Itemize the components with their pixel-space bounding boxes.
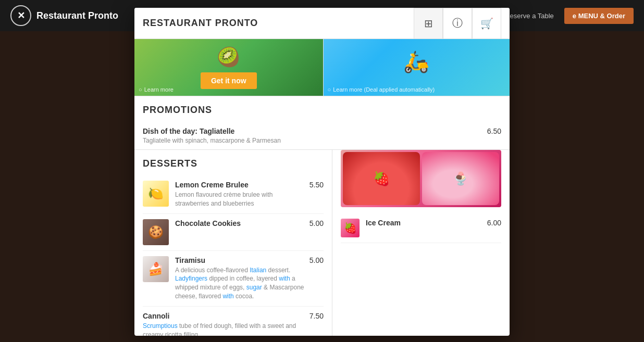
restaurant-modal: RESTAURANT PRONTO ⊞ ⓘ 🛒 CLOSE ✕ [134, 8, 510, 336]
modal-header: RESTAURANT PRONTO ⊞ ⓘ 🛒 CLOSE ✕ [134, 8, 510, 39]
modal-title: RESTAURANT PRONTO [143, 18, 258, 29]
menu-icon-button[interactable]: ⊞ [414, 8, 443, 39]
dessert-item-cannoli[interactable]: Cannoli Scrumptious tube of fried dough,… [143, 307, 324, 336]
learn-more-label: Learn more [144, 86, 174, 93]
ice-cream-name: Ice Cream [366, 219, 482, 227]
promo-banners: 🥝 Get it now ○ Learn more 🛵 ○ Learn more… [134, 39, 510, 96]
tiramisu-sugar-link[interactable]: sugar [246, 284, 262, 291]
dessert-item-tiramisu[interactable]: 🍰 Tiramisu A delicious coffee-flavored I… [143, 251, 324, 307]
icecream-visual: 🍓 🍨 [341, 150, 501, 207]
dessert-item-chocolate-cookies[interactable]: 🍪 Chocolate Cookies 5.00 [143, 214, 324, 251]
promo-banner-right[interactable]: 🛵 ○ Learn more (Deal applied automatical… [324, 39, 510, 96]
tiramisu-with-link[interactable]: with [279, 275, 290, 282]
tiramisu-desc: A delicious coffee-flavored Italian dess… [175, 266, 304, 301]
header-icons: ⊞ ⓘ 🛒 [414, 8, 501, 39]
desserts-right-column: 🍓 🍨 🍓 Ice Cream 6.00 [332, 150, 510, 336]
dessert-item-lemon-creme-brulee[interactable]: 🍋 Lemon Creme Brulee Lemon flavoured crè… [143, 175, 324, 214]
modal-backdrop: RESTAURANT PRONTO ⊞ ⓘ 🛒 CLOSE ✕ [0, 0, 644, 342]
cannoli-desc: Scrumptious tube of fried dough, filled … [143, 322, 304, 336]
cannoli-name: Cannoli [143, 312, 304, 320]
promotion-desc: Tagliatelle with spinach, mascarpone & P… [143, 137, 482, 144]
learn-more-auto-icon: ○ [328, 86, 331, 93]
promotions-section: PROMOTIONS Dish of the day: Tagliatelle … [134, 96, 510, 150]
lemon-creme-brulee-price: 5.50 [309, 181, 324, 189]
cannoli-info: Cannoli Scrumptious tube of fried dough,… [143, 312, 304, 336]
menu-grid-icon: ⊞ [424, 17, 433, 30]
desserts-layout: DESSERTS 🍋 Lemon Creme Brulee Lemon flav… [134, 150, 510, 336]
desserts-left-column: DESSERTS 🍋 Lemon Creme Brulee Lemon flav… [134, 150, 332, 336]
chocolate-cookies-thumb: 🍪 [143, 219, 169, 245]
learn-more-icon: ○ [139, 86, 142, 93]
lemon-creme-brulee-thumb: 🍋 [143, 181, 169, 207]
promotion-name: Dish of the day: Tagliatelle [143, 127, 482, 135]
promotion-info: Dish of the day: Tagliatelle Tagliatelle… [143, 127, 482, 144]
tiramisu-price: 5.00 [309, 256, 324, 264]
dessert-large-image: 🍓 🍨 [341, 150, 501, 207]
tiramisu-cocoa-link[interactable]: with [222, 293, 233, 300]
promo-banner-left[interactable]: 🥝 Get it now ○ Learn more [134, 39, 324, 96]
tiramisu-thumb: 🍰 [143, 256, 169, 282]
icecream-visual-bowl: 🍨 [422, 152, 499, 205]
fruit-graphic: 🥝 [217, 46, 240, 68]
get-it-now-button[interactable]: Get it now [201, 72, 257, 89]
desserts-title: DESSERTS [143, 150, 324, 175]
chocolate-cookies-price: 5.00 [309, 219, 324, 227]
scooter-graphic: 🛵 [403, 49, 429, 74]
modal-body[interactable]: 🥝 Get it now ○ Learn more 🛵 ○ Learn more… [134, 39, 510, 336]
cannoli-scrumptious-link[interactable]: Scrumptious [143, 322, 178, 330]
desserts-section: DESSERTS 🍋 Lemon Creme Brulee Lemon flav… [134, 150, 510, 336]
tiramisu-name: Tiramisu [175, 256, 304, 264]
tiramisu-ladyfingers-link[interactable]: Ladyfingers [175, 275, 207, 282]
lemon-creme-brulee-name: Lemon Creme Brulee [175, 181, 304, 189]
lemon-creme-brulee-info: Lemon Creme Brulee Lemon flavoured crème… [175, 181, 304, 208]
tiramisu-italian-link[interactable]: Italian [250, 267, 266, 274]
strawberry-visual: 🍓 [343, 152, 420, 205]
learn-more-auto-label: Learn more (Deal applied automatically) [333, 86, 435, 93]
cannoli-price: 7.50 [309, 312, 324, 320]
ice-cream-thumb: 🍓 [341, 219, 360, 237]
promotion-price: 6.50 [487, 127, 501, 135]
lemon-creme-brulee-desc: Lemon flavoured crème brulee with strawb… [175, 191, 304, 208]
cart-icon: 🛒 [480, 17, 493, 30]
promotion-item-tagliatelle[interactable]: Dish of the day: Tagliatelle Tagliatelle… [143, 122, 501, 149]
dessert-item-ice-cream[interactable]: 🍓 Ice Cream 6.00 [341, 213, 501, 243]
chocolate-cookies-name: Chocolate Cookies [175, 219, 304, 227]
chocolate-cookies-info: Chocolate Cookies [175, 219, 304, 229]
promotions-title: PROMOTIONS [143, 96, 501, 122]
ice-cream-price: 6.00 [487, 219, 501, 227]
learn-more-left[interactable]: ○ Learn more [139, 86, 174, 93]
tiramisu-info: Tiramisu A delicious coffee-flavored Ita… [175, 256, 304, 301]
info-icon-button[interactable]: ⓘ [443, 8, 472, 39]
info-icon: ⓘ [452, 16, 463, 30]
cart-icon-button[interactable]: 🛒 [472, 8, 501, 39]
learn-more-right[interactable]: ○ Learn more (Deal applied automatically… [328, 86, 435, 93]
ice-cream-info: Ice Cream [366, 219, 482, 229]
